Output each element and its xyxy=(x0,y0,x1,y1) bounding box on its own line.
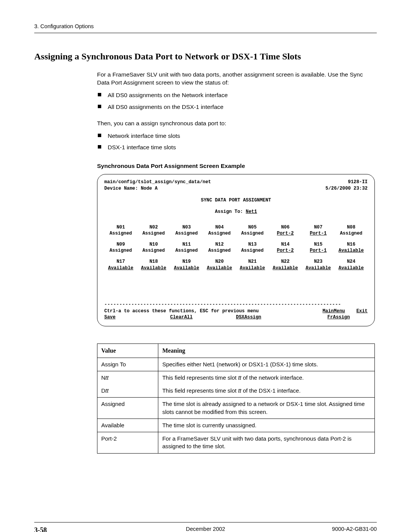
bullet-item: DSX-1 interface time slots xyxy=(97,144,375,152)
slot-value[interactable]: Available xyxy=(269,265,302,272)
table-cell-meaning: The time slot is already assigned to a n… xyxy=(158,398,375,419)
value-meaning-table: Value Meaning Assign ToSpecifies either … xyxy=(97,343,375,454)
screen-assign-row: Assign To: Net1 xyxy=(104,209,368,215)
slot-grid: N01N02N03N04N05N06N07N08AssignedAssigned… xyxy=(104,220,368,272)
slot-value[interactable]: Available xyxy=(137,265,170,272)
bullet-item: All DS0 assignments on the Network inter… xyxy=(97,91,375,99)
slot-value[interactable]: Port-1 xyxy=(302,248,335,254)
table-cell-value: Assigned xyxy=(97,398,158,419)
table-cell-value: Assign To xyxy=(97,358,158,371)
slot-value: Assigned xyxy=(170,248,203,254)
slot-value[interactable]: Available xyxy=(236,265,269,272)
slot-value[interactable]: Available xyxy=(104,265,137,272)
fn-mainmenu[interactable]: MainMenu xyxy=(322,308,345,315)
slot-value: Assigned xyxy=(236,248,269,254)
table-cell-value: Ntt xyxy=(97,371,158,384)
slot-value: Assigned xyxy=(104,230,137,237)
fn-row-2: Save ClearAll DSXAssign FrAssign xyxy=(104,314,368,321)
slot-label: N04 xyxy=(203,224,236,231)
slot-label: N16 xyxy=(335,241,368,248)
slot-value: Assigned xyxy=(236,230,269,237)
table-header-meaning: Meaning xyxy=(158,344,375,358)
assign-value[interactable]: Net1 xyxy=(246,209,257,214)
slot-value: Assigned xyxy=(203,230,236,237)
screen-device: Device Name: Node A xyxy=(104,185,158,192)
slot-label: N14 xyxy=(269,241,302,248)
screen-title: SYNC DATA PORT ASSIGNMENT xyxy=(104,197,368,204)
slot-label: N10 xyxy=(137,241,170,248)
slot-value: Assigned xyxy=(170,230,203,237)
table-cell-value: Port-2 xyxy=(97,432,158,454)
slot-value[interactable]: Available xyxy=(203,265,236,272)
terminal-screen: main/config/tslot_assign/sync_data/net 9… xyxy=(97,174,375,326)
help-text: Ctrl-a to access these functions, ESC fo… xyxy=(104,308,311,315)
slot-label: N15 xyxy=(302,241,335,248)
screen-datetime: 5/26/2000 23:32 xyxy=(325,185,368,192)
divider-dashes: ----------------------------------------… xyxy=(104,302,368,308)
slot-label: N08 xyxy=(335,224,368,231)
slot-value[interactable]: Available xyxy=(170,265,203,272)
table-cell-value: Dtt xyxy=(97,384,158,398)
table-cell-value: Available xyxy=(97,419,158,432)
table-cell-meaning: Specifies either Net1 (network) or DSX1-… xyxy=(158,358,375,371)
slot-label: N12 xyxy=(203,241,236,248)
slot-label: N09 xyxy=(104,241,137,248)
slot-label: N02 xyxy=(137,224,170,231)
fn-save[interactable]: Save xyxy=(104,314,170,321)
bullet-item: All DS0 assignments on the DSX-1 interfa… xyxy=(97,103,375,111)
table-cell-meaning: This field represents time slot tt of th… xyxy=(158,384,375,398)
subheading: Synchronous Data Port Assignment Screen … xyxy=(97,162,375,170)
page-title: Assigning a Synchronous Data Port to Net… xyxy=(34,50,377,62)
screen-model: 9128-II xyxy=(348,179,368,185)
slot-label: N06 xyxy=(269,224,302,231)
slot-value[interactable]: Available xyxy=(302,265,335,272)
then-paragraph: Then, you can a assign synchronous data … xyxy=(97,120,375,128)
slot-label: N05 xyxy=(236,224,269,231)
fn-row-1: Ctrl-a to access these functions, ESC fo… xyxy=(104,308,368,315)
slot-label: N01 xyxy=(104,224,137,231)
bullet-list-1: All DS0 assignments on the Network inter… xyxy=(97,91,375,111)
content-block: For a FrameSaver SLV unit with two data … xyxy=(97,71,375,454)
slot-value[interactable]: Port-2 xyxy=(269,230,302,237)
intro-paragraph: For a FrameSaver SLV unit with two data … xyxy=(97,71,375,87)
slot-label: N19 xyxy=(170,259,203,265)
slot-value[interactable]: Port-2 xyxy=(269,248,302,254)
table-cell-meaning: For a FrameSaver SLV unit with two data … xyxy=(158,432,375,454)
slot-label: N07 xyxy=(302,224,335,231)
header-section: 3. Configuration Options xyxy=(34,23,94,29)
table-cell-meaning: The time slot is currently unassigned. xyxy=(158,419,375,432)
slot-label: N24 xyxy=(335,259,368,265)
fn-dsxassign[interactable]: DSXAssign xyxy=(236,314,310,321)
slot-value: Assigned xyxy=(335,230,368,237)
slot-value: Assigned xyxy=(137,248,170,254)
fn-clearall[interactable]: ClearAll xyxy=(170,314,236,321)
page-footer: 3-58 December 2002 9000-A2-GB31-00 xyxy=(34,522,377,532)
footer-date: December 2002 xyxy=(148,526,263,532)
page-header: 3. Configuration Options xyxy=(34,23,377,33)
page-number: 3-58 xyxy=(34,526,148,532)
slot-value: Assigned xyxy=(104,248,137,254)
assign-label: Assign To: xyxy=(215,209,243,214)
slot-value[interactable]: Available xyxy=(335,248,368,254)
footer-docid: 9000-A2-GB31-00 xyxy=(263,526,377,532)
slot-label: N17 xyxy=(104,259,137,265)
table-header-value: Value xyxy=(97,344,158,358)
slot-label: N11 xyxy=(170,241,203,248)
table-cell-meaning: This field represents time slot tt of th… xyxy=(158,371,375,384)
slot-value[interactable]: Port-1 xyxy=(302,230,335,237)
bullet-item: Network interface time slots xyxy=(97,132,375,140)
slot-label: N18 xyxy=(137,259,170,265)
slot-label: N20 xyxy=(203,259,236,265)
slot-label: N23 xyxy=(302,259,335,265)
bullet-list-2: Network interface time slotsDSX-1 interf… xyxy=(97,132,375,152)
slot-label: N13 xyxy=(236,241,269,248)
fn-exit[interactable]: Exit xyxy=(356,308,368,315)
slot-label: N21 xyxy=(236,259,269,265)
fn-frassign[interactable]: FrAssign xyxy=(310,314,368,321)
slot-label: N22 xyxy=(269,259,302,265)
slot-value: Assigned xyxy=(203,248,236,254)
screen-path: main/config/tslot_assign/sync_data/net xyxy=(104,179,211,185)
slot-value: Assigned xyxy=(137,230,170,237)
slot-value[interactable]: Available xyxy=(335,265,368,272)
slot-label: N03 xyxy=(170,224,203,231)
